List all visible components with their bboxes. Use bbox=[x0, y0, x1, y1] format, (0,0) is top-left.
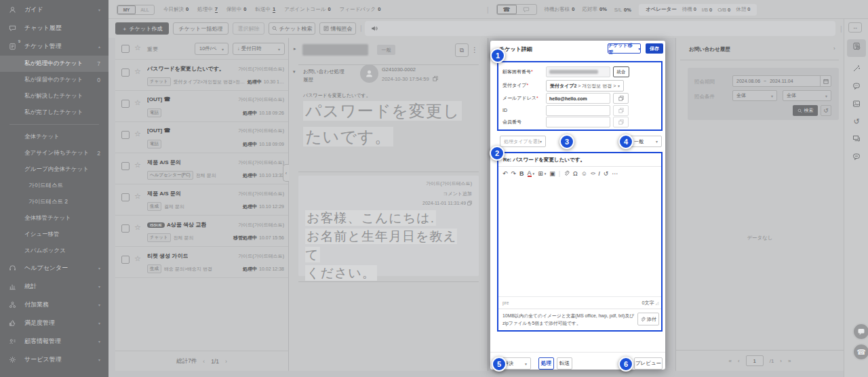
undo-icon[interactable]: ↶ bbox=[502, 170, 508, 177]
attach-button[interactable]: 添付 bbox=[637, 313, 659, 325]
table-icon[interactable]: ⊞ bbox=[538, 170, 543, 177]
expand-width-icon[interactable]: ↔ bbox=[848, 22, 862, 33]
sidebar-item-my-processing[interactable]: 私が処理中のチケット7 bbox=[0, 56, 108, 72]
stat-transfer[interactable]: 転送中1 bbox=[256, 6, 276, 13]
row-checkbox[interactable] bbox=[121, 256, 130, 264]
chat-fab[interactable] bbox=[852, 323, 868, 340]
chevron-right-icon[interactable]: › bbox=[833, 45, 835, 52]
info-lookup-button[interactable]: 情報照会 bbox=[319, 22, 356, 35]
bold-icon[interactable]: B bbox=[519, 170, 524, 177]
phone-icon[interactable]: ☎ bbox=[497, 5, 517, 14]
row-checkbox[interactable] bbox=[121, 131, 130, 139]
sidebar-item-my-resolved[interactable]: 私が解決したチケット bbox=[0, 88, 108, 104]
sidebar-item-helpcenter[interactable]: ヘルプセンター▾ bbox=[0, 259, 108, 277]
ticket-row[interactable]: ☆ [OUT] ☎가이드(가이드테스트) 電話処理中10.18 09:09 bbox=[115, 122, 288, 153]
preview-button[interactable]: プレビュー bbox=[634, 357, 663, 370]
sidebar-item-my-hold[interactable]: 私が保留中のチケット0 bbox=[0, 72, 108, 88]
priority-select[interactable]: 一般▾ bbox=[630, 136, 662, 147]
paperclip-icon[interactable] bbox=[564, 170, 570, 176]
open-new-icon[interactable]: ⧉ bbox=[455, 43, 469, 57]
star-icon[interactable]: ☆ bbox=[134, 161, 141, 170]
sidebar-item-all-tickets[interactable]: 全体チケット bbox=[0, 129, 108, 145]
sidebar-item-all-transfer[interactable]: 全体移管チケット bbox=[0, 210, 108, 226]
email-field[interactable]: hello@hello.com bbox=[546, 93, 610, 104]
font-color-icon[interactable]: A bbox=[528, 170, 532, 177]
sidebar-item-guide[interactable]: ガイド▾ bbox=[0, 1, 108, 19]
page-input[interactable]: 1 bbox=[746, 355, 764, 366]
sidebar-item-stats[interactable]: 統計▾ bbox=[0, 277, 108, 296]
omega-icon[interactable]: Ω bbox=[573, 170, 578, 177]
save-button[interactable]: 保存 bbox=[646, 43, 663, 54]
chat-icon[interactable] bbox=[517, 5, 536, 14]
per-page-select[interactable]: 10件/ペ▾ bbox=[195, 43, 229, 55]
star-icon[interactable]: ☆ bbox=[134, 43, 141, 52]
image-icon[interactable]: ▣ bbox=[549, 170, 555, 177]
bulk-process-button[interactable]: チケット一括処理 bbox=[173, 22, 229, 35]
copy-icon[interactable] bbox=[433, 76, 438, 81]
row-checkbox[interactable] bbox=[121, 224, 130, 233]
code-icon[interactable]: <> bbox=[591, 171, 595, 176]
channel-toggle[interactable]: ☎ bbox=[496, 4, 537, 15]
emoji-icon[interactable]: ☺ bbox=[581, 170, 587, 177]
sidebar-item-satisfaction[interactable]: 満足度管理▾ bbox=[0, 314, 108, 332]
sidebar-item-chat-history[interactable]: チャット履歴 bbox=[0, 19, 108, 37]
calendar-icon[interactable] bbox=[820, 76, 831, 86]
message-icon[interactable] bbox=[844, 153, 868, 161]
merge-button[interactable]: 統合 bbox=[613, 66, 629, 77]
collapse-handle[interactable]: ‹ bbox=[283, 164, 289, 182]
copy-button[interactable] bbox=[613, 117, 629, 127]
editor-content[interactable] bbox=[497, 179, 663, 296]
next-page-icon[interactable]: › bbox=[780, 358, 782, 364]
ticket-row[interactable]: ☆ 티켓 생성 가이드가이드(가이드테스트) 生成배송 문의>배송지 변경処理中… bbox=[115, 247, 288, 278]
date-range-field[interactable]: 2024.08.06~2024.11.04 bbox=[732, 75, 831, 87]
sidebar-item-ticket-mgmt[interactable]: 9チケット管理▴ bbox=[0, 37, 108, 56]
copy-button[interactable] bbox=[613, 105, 629, 116]
sidebar-item-service-mgmt[interactable]: サービス管理▾ bbox=[0, 351, 108, 369]
row-checkbox[interactable] bbox=[121, 162, 130, 170]
prev-page[interactable]: ‹ bbox=[203, 358, 205, 365]
sidebar-item-my-done[interactable]: 私が完了したチケット bbox=[0, 104, 108, 121]
search-button[interactable]: 検索 bbox=[793, 105, 818, 116]
transfer-button[interactable]: チケット移管▾ bbox=[608, 43, 641, 54]
comment-action[interactable]: コメント追加 bbox=[305, 189, 472, 199]
accept-type-select[interactable]: 受付タイプ2 > 개인정보 변경 > …▾ bbox=[546, 80, 624, 92]
image-card-icon[interactable] bbox=[844, 100, 868, 108]
ticket-row[interactable]: ☆ パスワードを変更したいです。가이드(가이드테스트) チャット受付タイプ2>개… bbox=[115, 60, 288, 91]
copy-icon[interactable] bbox=[467, 201, 472, 205]
star-icon[interactable]: ☆ bbox=[134, 223, 141, 232]
sidebar-item-guide-test2[interactable]: 가이드테스트 2 bbox=[0, 194, 108, 210]
my-all-toggle[interactable]: MYALL bbox=[117, 5, 155, 15]
row-checkbox[interactable] bbox=[121, 100, 130, 108]
row-checkbox[interactable] bbox=[121, 68, 130, 77]
stat-processing[interactable]: 処理中7 bbox=[197, 6, 218, 13]
chats-icon[interactable] bbox=[844, 135, 868, 143]
toggle-all[interactable]: ALL bbox=[136, 5, 154, 14]
row-checkbox[interactable] bbox=[121, 193, 130, 201]
chat-bubble-icon[interactable] bbox=[844, 82, 868, 90]
refresh-icon[interactable]: ↺ bbox=[821, 105, 831, 116]
star-icon[interactable]: ☆ bbox=[134, 98, 141, 107]
ticket-doc-icon[interactable] bbox=[844, 42, 868, 50]
forward-button[interactable]: 転送 bbox=[557, 357, 572, 370]
ticket-row[interactable]: ☆ ISSUEA상품 색상 교환가이드(가이드테스트) チャット전체 문의移管処… bbox=[115, 216, 288, 247]
sort-select[interactable]: ↓ 受付日時▾ bbox=[233, 43, 285, 55]
process-type-select[interactable]: 処理タイプを選択し…▾ bbox=[500, 136, 546, 147]
last-page-icon[interactable]: » bbox=[788, 358, 791, 364]
history-icon[interactable]: ↺ bbox=[604, 170, 609, 177]
more-icon[interactable]: ⋯ bbox=[612, 170, 618, 177]
chevron-down-icon[interactable]: ▾ bbox=[293, 69, 296, 75]
star-icon[interactable]: ☆ bbox=[134, 130, 141, 138]
subject-input[interactable]: Re: パスワードを変更したいです。 bbox=[497, 153, 663, 167]
star-icon[interactable]: ☆ bbox=[134, 254, 141, 263]
sidebar-item-issue-transfer[interactable]: イシュー移管 bbox=[0, 226, 108, 243]
wand-icon[interactable] bbox=[844, 64, 868, 73]
speaker-icon[interactable] bbox=[371, 25, 378, 32]
toggle-my[interactable]: MY bbox=[117, 5, 136, 14]
sidebar-item-customer-info[interactable]: 顧客情報管理▾ bbox=[0, 332, 108, 351]
first-page-icon[interactable]: « bbox=[729, 358, 732, 364]
create-ticket-button[interactable]: ＋チケット作成 bbox=[115, 22, 169, 35]
sidebar-item-group-tickets[interactable]: グループ内全体チケット bbox=[0, 161, 108, 178]
ticket-search-button[interactable]: チケット検索 bbox=[269, 22, 315, 35]
copy-button[interactable] bbox=[613, 93, 629, 104]
editor-mode[interactable]: pre bbox=[502, 300, 509, 305]
